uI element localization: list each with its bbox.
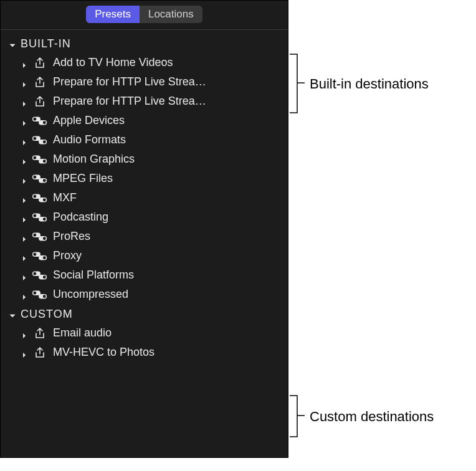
svg-point-33 (33, 272, 36, 275)
svg-point-37 (33, 291, 36, 294)
section-header-custom[interactable]: CUSTOM (1, 304, 288, 323)
tree-item[interactable]: Prepare for HTTP Live Strea… (1, 72, 288, 92)
callout-builtin: Built-in destinations (310, 76, 429, 92)
tree-item-label: Email audio (53, 326, 112, 340)
section-title: CUSTOM (21, 308, 73, 321)
svg-point-11 (43, 159, 46, 163)
svg-point-17 (33, 194, 36, 197)
tree-item-label: Social Platforms (53, 269, 134, 282)
tree-item[interactable]: Podcasting (1, 207, 288, 227)
tree-item[interactable]: Prepare for HTTP Live Strea… (1, 92, 288, 111)
annotation-layer: Built-in destinations Custom destination… (288, 0, 475, 458)
disclosure-right-icon (21, 291, 28, 298)
svg-point-15 (43, 179, 46, 182)
share-icon (32, 76, 48, 88)
svg-point-13 (33, 175, 36, 178)
section-header-builtin[interactable]: BUILT-IN (1, 34, 288, 53)
callout-custom: Custom destinations (310, 409, 434, 425)
tree-item[interactable]: Apple Devices (1, 111, 288, 130)
tree-item-label: Podcasting (53, 211, 108, 224)
tab-presets[interactable]: Presets (86, 6, 140, 23)
svg-point-29 (33, 252, 36, 255)
tab-locations[interactable]: Locations (140, 6, 202, 23)
share-icon (32, 57, 48, 69)
preset-group-icon (32, 153, 48, 166)
preset-group-icon (32, 231, 48, 243)
preset-group-icon (32, 250, 48, 262)
disclosure-right-icon (21, 175, 28, 183)
tree-item-label: Prepare for HTTP Live Strea… (53, 75, 206, 88)
tree-item-label: Audio Formats (53, 133, 126, 146)
tree-item-label: MV-HEVC to Photos (53, 346, 155, 359)
svg-point-1 (33, 117, 36, 120)
tree-item[interactable]: Add to TV Home Videos (1, 53, 288, 72)
svg-point-21 (33, 214, 36, 217)
tree-item[interactable]: MV-HEVC to Photos (1, 343, 288, 362)
svg-point-25 (33, 233, 36, 236)
preset-group-icon (32, 115, 48, 127)
disclosure-right-icon (21, 117, 28, 125)
preset-group-icon (32, 288, 48, 301)
svg-point-5 (33, 136, 36, 140)
tree-item[interactable]: ProRes (1, 227, 288, 246)
svg-point-31 (43, 256, 46, 259)
disclosure-right-icon (21, 98, 28, 105)
tree-item[interactable]: Audio Formats (1, 130, 288, 150)
preset-group-icon (32, 192, 48, 204)
disclosure-right-icon (21, 330, 28, 337)
preset-group-icon (32, 173, 48, 185)
share-icon (32, 95, 48, 108)
tree-item-label: Motion Graphics (53, 153, 135, 166)
svg-point-7 (43, 140, 46, 143)
tree-item-label: ProRes (53, 230, 90, 243)
disclosure-right-icon (21, 136, 28, 144)
preset-group-icon (32, 269, 48, 282)
svg-point-35 (43, 275, 46, 278)
presets-panel: Presets Locations BUILT-IN Add to TV Hom… (0, 0, 288, 458)
disclosure-right-icon (21, 214, 28, 221)
svg-point-3 (43, 121, 46, 124)
tab-bar: Presets Locations (1, 1, 288, 30)
tree-item-label: MPEG Files (53, 172, 113, 185)
tree-item-label: Uncompressed (53, 288, 128, 301)
section-title: BUILT-IN (21, 37, 71, 50)
disclosure-right-icon (21, 252, 28, 260)
tree-item[interactable]: Proxy (1, 246, 288, 265)
tree-item-label: Proxy (53, 249, 82, 262)
svg-point-19 (43, 198, 46, 201)
preset-group-icon (32, 211, 48, 224)
tree-item[interactable]: Social Platforms (1, 265, 288, 285)
share-icon (32, 327, 48, 340)
share-icon (32, 346, 48, 359)
svg-point-23 (43, 217, 46, 221)
segmented-control: Presets Locations (86, 6, 202, 23)
disclosure-right-icon (21, 194, 28, 202)
tree-item-label: Apple Devices (53, 114, 125, 127)
tree-item-label: Add to TV Home Videos (53, 56, 173, 69)
disclosure-down-icon (8, 310, 17, 319)
disclosure-right-icon (21, 78, 28, 86)
disclosure-right-icon (21, 272, 28, 279)
disclosure-down-icon (8, 40, 17, 49)
preset-tree: BUILT-IN Add to TV Home VideosPrepare fo… (1, 30, 288, 457)
tree-item[interactable]: Email audio (1, 323, 288, 343)
tree-item-label: MXF (53, 191, 77, 204)
preset-group-icon (32, 134, 48, 146)
tree-item-label: Prepare for HTTP Live Strea… (53, 95, 206, 108)
disclosure-right-icon (21, 349, 28, 356)
disclosure-right-icon (21, 156, 28, 163)
svg-point-27 (43, 237, 46, 240)
tree-item[interactable]: Motion Graphics (1, 150, 288, 169)
tree-item[interactable]: MPEG Files (1, 169, 288, 188)
disclosure-right-icon (21, 233, 28, 240)
svg-point-9 (33, 156, 36, 159)
tree-item[interactable]: Uncompressed (1, 285, 288, 304)
disclosure-right-icon (21, 59, 28, 67)
tree-item[interactable]: MXF (1, 188, 288, 207)
svg-point-39 (43, 295, 46, 298)
